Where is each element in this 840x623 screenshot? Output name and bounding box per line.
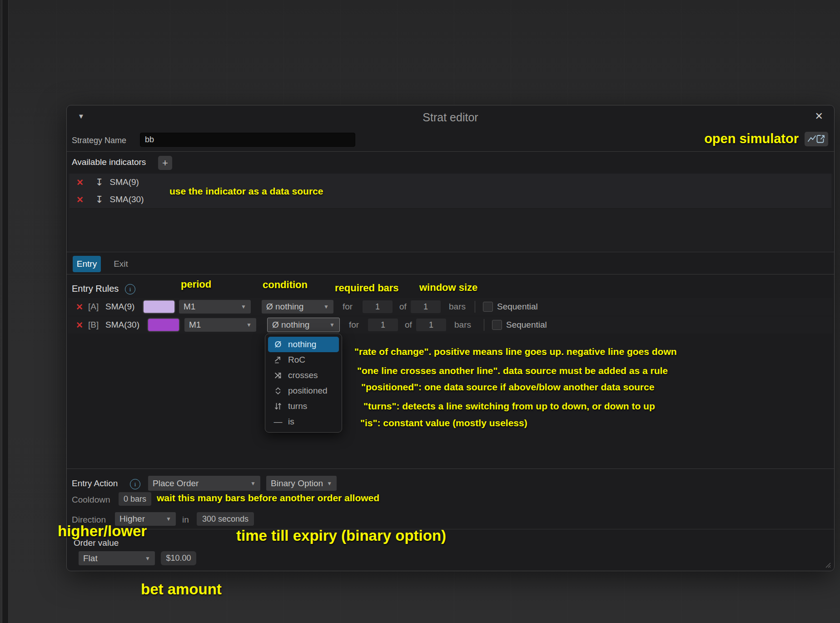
- rule-row-b: ✕ [B] SMA(30) M1 ▼ Ø nothing ▼ for 1 of …: [68, 316, 833, 334]
- entry-action-info-icon[interactable]: i: [130, 479, 140, 489]
- period-dropdown[interactable]: M1 ▼: [184, 318, 256, 332]
- divider: [67, 529, 834, 529]
- rule-row-a: ✕ [A] SMA(9) M1 ▼ Ø nothing ▼ for 1 of 1…: [68, 298, 833, 315]
- period-value: M1: [184, 302, 195, 312]
- crosses-icon: [273, 371, 283, 380]
- annotation-indicator-source: use the indicator as a data source: [169, 186, 323, 197]
- nothing-icon: Ø: [273, 339, 283, 349]
- menu-item-label: crosses: [288, 370, 318, 380]
- annotation-condition: condition: [263, 279, 308, 291]
- condition-value: Ø nothing: [266, 302, 303, 312]
- close-icon[interactable]: ✕: [815, 110, 823, 122]
- menu-item-crosses[interactable]: crosses: [268, 368, 339, 383]
- order-value-mode: Flat: [83, 553, 98, 563]
- for-label: for: [343, 302, 353, 312]
- menu-item-roc[interactable]: RoC: [268, 352, 339, 368]
- roc-icon: [273, 355, 283, 364]
- chevron-down-icon: ▼: [166, 516, 171, 522]
- order-value-mode-dropdown[interactable]: Flat ▼: [79, 551, 155, 565]
- chevron-down-icon: ▼: [329, 322, 335, 328]
- rule-color-swatch[interactable]: [147, 318, 180, 332]
- tab-exit[interactable]: Exit: [109, 256, 133, 272]
- of-label: of: [399, 302, 407, 312]
- rule-source-name: SMA(9): [105, 302, 134, 312]
- desktop-background: ▼ Strat editor ✕ Strategy Name open simu…: [0, 0, 840, 623]
- condition-value: Ø nothing: [272, 320, 309, 330]
- condition-dropdown-open[interactable]: Ø nothing ▼: [267, 318, 340, 332]
- menu-item-label: turns: [288, 401, 307, 411]
- for-label: for: [349, 320, 359, 330]
- sequential-checkbox[interactable]: [492, 320, 502, 330]
- chevron-down-icon: ▼: [241, 304, 246, 310]
- cooldown-label: Cooldown: [72, 495, 110, 505]
- annotation-higher-lower: higher/lower: [58, 523, 147, 540]
- action-type-value: Place Order: [153, 478, 199, 488]
- indicator-name: SMA(30): [110, 194, 144, 204]
- window-size-input[interactable]: 1: [416, 319, 446, 331]
- entry-rules-info-icon[interactable]: i: [125, 284, 135, 294]
- sequential-label: Sequential: [497, 302, 538, 312]
- order-amount-input[interactable]: $10.00: [161, 551, 196, 565]
- window-size-input[interactable]: 1: [411, 300, 441, 313]
- cooldown-input[interactable]: 0 bars: [119, 492, 151, 506]
- annotation-turns: "turns": detects a line switching from u…: [363, 401, 655, 412]
- sequential-checkbox[interactable]: [483, 302, 493, 312]
- tab-entry[interactable]: Entry: [73, 256, 101, 272]
- menu-item-label: positioned: [288, 386, 328, 396]
- condition-dropdown[interactable]: Ø nothing ▼: [262, 300, 333, 314]
- chevron-down-icon: ▼: [246, 322, 252, 328]
- available-indicators-header: Available indicators: [72, 157, 146, 167]
- order-type-dropdown[interactable]: Binary Option ▼: [266, 476, 337, 491]
- annotation-is: "is": constant value (mostly useless): [360, 418, 527, 429]
- remove-indicator-icon[interactable]: ✕: [76, 194, 84, 205]
- of-label: of: [405, 320, 412, 330]
- chevron-down-icon: ▼: [250, 480, 256, 487]
- strategy-name-input[interactable]: [140, 133, 355, 147]
- condition-menu: Ø nothing RoC crosses positioned: [265, 334, 342, 433]
- menu-item-label: nothing: [288, 339, 316, 349]
- resize-grip-icon[interactable]: [822, 559, 832, 569]
- rule-id: [A]: [88, 302, 99, 312]
- bars-label: bars: [449, 302, 466, 312]
- chevron-down-icon: ▼: [145, 555, 150, 562]
- order-type-value: Binary Option: [271, 478, 323, 488]
- open-simulator-button[interactable]: [805, 132, 828, 146]
- divider: [67, 151, 834, 152]
- divider: [67, 252, 834, 252]
- divider: [67, 468, 834, 469]
- entry-rules-header: Entry Rules: [72, 284, 119, 294]
- add-indicator-button[interactable]: +: [158, 156, 172, 170]
- remove-rule-icon[interactable]: ✕: [76, 320, 83, 330]
- period-value: M1: [189, 320, 201, 330]
- annotation-expiry: time till expiry (binary option): [236, 527, 446, 544]
- chart-external-link-icon: [807, 134, 825, 144]
- required-bars-input[interactable]: 1: [368, 319, 398, 331]
- indicator-list-panel: ✕ ↧ SMA(9) ✕ ↧ SMA(30): [68, 174, 833, 251]
- remove-rule-icon[interactable]: ✕: [76, 302, 83, 312]
- positioned-icon: [273, 386, 283, 395]
- rule-color-swatch[interactable]: [143, 300, 175, 314]
- strategy-name-label: Strategy Name: [72, 136, 126, 145]
- menu-item-positioned[interactable]: positioned: [268, 383, 339, 399]
- background-left-strip: [2, 0, 9, 623]
- is-icon: —: [273, 417, 283, 427]
- use-as-source-icon[interactable]: ↧: [95, 177, 104, 188]
- menu-item-nothing[interactable]: Ø nothing: [268, 337, 339, 352]
- separator: [475, 301, 475, 313]
- period-dropdown[interactable]: M1 ▼: [179, 300, 251, 314]
- required-bars-input[interactable]: 1: [363, 300, 393, 313]
- remove-indicator-icon[interactable]: ✕: [76, 177, 84, 188]
- annotation-bet-amount: bet amount: [141, 581, 222, 598]
- expiry-input[interactable]: 300 seconds: [197, 512, 254, 526]
- entry-action-label: Entry Action: [72, 478, 118, 488]
- action-type-dropdown[interactable]: Place Order ▼: [148, 476, 260, 491]
- chevron-down-icon: ▼: [327, 480, 332, 487]
- annotation-cooldown: wait this many bars before another order…: [157, 493, 379, 503]
- annotation-window-size: window size: [419, 282, 477, 294]
- menu-item-is[interactable]: — is: [268, 414, 339, 429]
- divider: [67, 274, 834, 274]
- separator: [484, 319, 484, 331]
- menu-item-turns[interactable]: turns: [268, 399, 339, 414]
- use-as-source-icon[interactable]: ↧: [95, 194, 104, 205]
- annotation-positioned: "positioned": one data source if above/b…: [361, 382, 654, 393]
